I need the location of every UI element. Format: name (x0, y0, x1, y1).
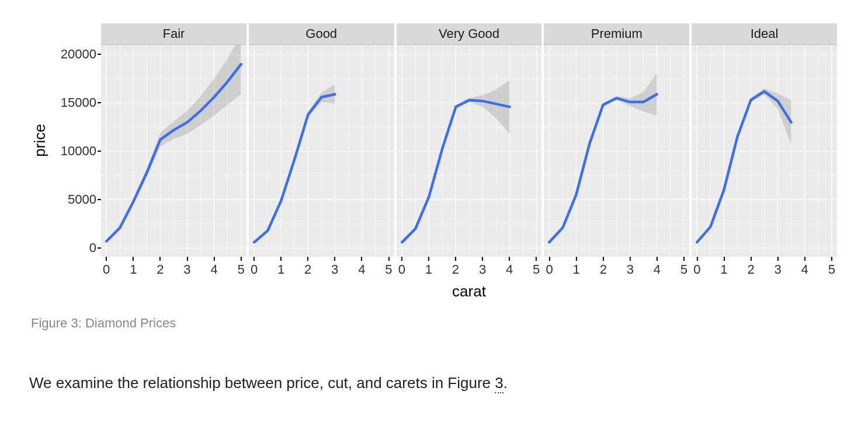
x-tick-label: 3 (774, 263, 781, 276)
x-axis-cell: 012345 (397, 257, 542, 281)
x-tick-label: 5 (680, 263, 688, 276)
facet-panel (397, 45, 542, 257)
x-tick-label: 0 (693, 263, 700, 276)
facet-premium: Premium (544, 23, 689, 257)
facet-strip: Good (249, 23, 394, 45)
x-axis-cell: 012345 (249, 257, 394, 281)
x-tick-label: 4 (801, 263, 808, 276)
x-axis-facets: 012345 012345 012345 012345 012345 (101, 257, 837, 281)
y-tick-label: 20000 (61, 48, 96, 61)
body-text-suffix: . (504, 374, 508, 392)
y-axis-label: price (31, 124, 49, 156)
facet-panel (249, 45, 394, 257)
facet-label: Ideal (751, 26, 779, 41)
y-axis: price 05000100001500020000 (31, 23, 101, 257)
x-tick-label: 0 (546, 263, 553, 276)
x-tick-label: 1 (130, 263, 137, 276)
facet-very-good: Very Good (397, 23, 542, 257)
facet-strip: Ideal (692, 23, 837, 45)
facet-strip: Very Good (397, 23, 542, 45)
facet-label: Premium (591, 26, 643, 41)
x-tick-label: 1 (720, 263, 727, 276)
y-tick-label: 15000 (61, 96, 96, 109)
facet-strip: Fair (101, 23, 246, 45)
x-tick-label: 2 (452, 263, 459, 276)
y-tick-label: 0 (89, 242, 96, 254)
y-tick-label: 5000 (68, 193, 96, 206)
x-tick-label: 4 (210, 263, 217, 276)
facet-good: Good (249, 23, 394, 257)
figure-reference-link[interactable]: 3 (495, 374, 503, 393)
facet-panel (101, 45, 246, 257)
page: price 05000100001500020000 Fair Good Ver… (0, 0, 868, 426)
x-axis-title: carat (101, 282, 837, 301)
body-text-prefix: We examine the relationship between pric… (29, 374, 495, 392)
y-tick-label: 10000 (61, 145, 96, 158)
x-tick-label: 3 (331, 263, 338, 276)
x-tick-label: 4 (358, 263, 365, 276)
y-tick-column: 05000100001500020000 (48, 23, 101, 257)
facet-row: Fair Good Very Good Premium Ideal (101, 23, 837, 257)
x-axis-label: carat (452, 282, 486, 300)
x-axis-cell: 012345 (544, 257, 689, 281)
facet-panel (692, 45, 837, 257)
x-tick-label: 3 (183, 263, 190, 276)
x-tick-label: 2 (304, 263, 311, 276)
plot-row: price 05000100001500020000 Fair Good Ver… (31, 23, 837, 257)
facet-label: Good (305, 26, 337, 41)
x-axis-cell: 012345 (692, 257, 837, 281)
facet-label: Very Good (439, 26, 499, 41)
x-tick-label: 5 (237, 263, 244, 276)
figure-caption: Figure 3: Diamond Prices (31, 316, 837, 331)
x-tick-label: 0 (398, 263, 405, 276)
facet-panel (544, 45, 689, 257)
x-tick-label: 4 (506, 263, 513, 276)
x-axis-cell: 012345 (101, 257, 246, 281)
x-tick-label: 3 (627, 263, 634, 276)
y-axis-title: price (31, 23, 48, 257)
x-tick-label: 2 (747, 263, 754, 276)
x-tick-label: 0 (251, 263, 258, 276)
body-paragraph: We examine the relationship between pric… (29, 372, 839, 394)
x-tick-label: 1 (277, 263, 284, 276)
x-tick-label: 0 (103, 263, 110, 276)
x-tick-label: 1 (573, 263, 580, 276)
x-tick-label: 5 (828, 263, 835, 276)
x-tick-label: 3 (479, 263, 486, 276)
x-tick-label: 4 (654, 263, 661, 276)
facet-label: Fair (162, 26, 185, 41)
facet-ideal: Ideal (692, 23, 837, 257)
facet-strip: Premium (544, 23, 689, 45)
x-tick-label: 2 (600, 263, 607, 276)
x-axis-row: 012345 012345 012345 012345 012345 (31, 257, 837, 281)
facet-fair: Fair (101, 23, 246, 257)
x-tick-label: 2 (157, 263, 164, 276)
x-tick-label: 5 (385, 263, 392, 276)
x-axis-title-row: carat (31, 281, 837, 301)
x-tick-label: 1 (425, 263, 432, 276)
figure: price 05000100001500020000 Fair Good Ver… (31, 23, 837, 331)
x-tick-label: 5 (533, 263, 540, 276)
